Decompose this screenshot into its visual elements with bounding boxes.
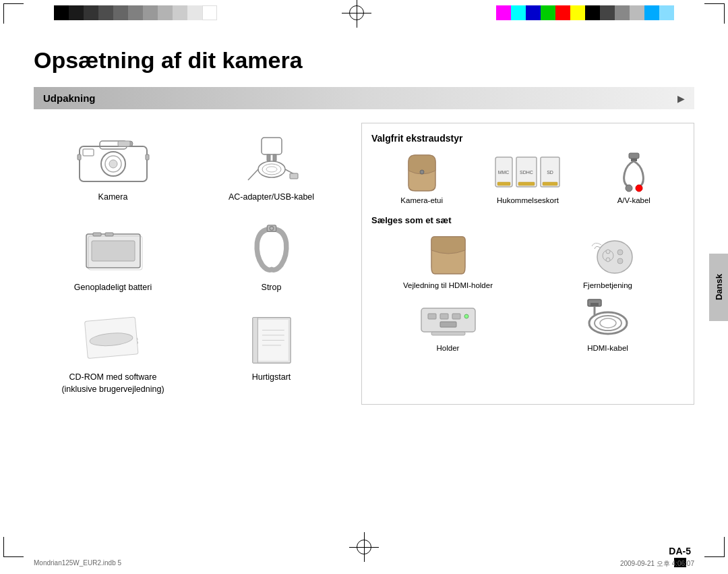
corner-mark-bl bbox=[3, 537, 24, 557]
top-crosshair bbox=[342, 0, 371, 28]
strap-icon bbox=[248, 223, 295, 277]
language-label: Dansk bbox=[714, 274, 724, 300]
accessories-grid: Kamera-etui MMC SDHC bbox=[371, 152, 684, 204]
quickstart-label: Hurtigstart bbox=[252, 372, 291, 384]
hdmi-holder-label: Vejledning til HDMI-holder bbox=[403, 281, 493, 289]
sold-hdmi-holder: Vejledning til HDMI-holder bbox=[371, 233, 524, 289]
svg-line-16 bbox=[248, 169, 258, 180]
svg-rect-12 bbox=[273, 154, 276, 161]
svg-point-3 bbox=[109, 160, 117, 168]
memory-label: Hukommelseskort bbox=[497, 196, 559, 204]
svg-rect-5 bbox=[83, 149, 94, 156]
svg-point-67 bbox=[600, 318, 616, 328]
content-layout: Kamera bbox=[34, 123, 694, 405]
svg-rect-7 bbox=[78, 154, 81, 160]
corner-mark-br bbox=[704, 537, 725, 557]
memory-icon: MMC SDHC SD bbox=[494, 152, 562, 192]
item-quickstart: Hurtigstart bbox=[192, 303, 351, 405]
svg-rect-47 bbox=[543, 182, 557, 185]
svg-rect-22 bbox=[93, 233, 101, 236]
sold-grid: Vejledning til HDMI-holder bbox=[371, 233, 684, 352]
svg-point-38 bbox=[420, 170, 424, 174]
svg-point-54 bbox=[617, 250, 623, 255]
svg-rect-8 bbox=[146, 154, 149, 160]
section-arrow: ▶ bbox=[677, 93, 685, 104]
svg-text:SD: SD bbox=[547, 170, 553, 175]
right-panel: Valgfrit ekstraudstyr bbox=[361, 123, 694, 405]
remote-icon bbox=[581, 233, 635, 277]
page-number: DA-5 bbox=[669, 546, 691, 556]
sold-hdmi-cable: HDMI-kabel bbox=[531, 296, 684, 352]
battery-icon bbox=[80, 223, 147, 277]
bw-color-bar bbox=[54, 5, 217, 20]
svg-text:MMC: MMC bbox=[498, 170, 510, 175]
svg-rect-69 bbox=[590, 303, 599, 306]
sold-holder: Holder bbox=[371, 296, 524, 352]
color-bar bbox=[496, 5, 674, 20]
svg-point-56 bbox=[606, 250, 610, 254]
main-content: Opsætning af dit kamera Udpakning ▶ bbox=[34, 34, 694, 547]
svg-text:SDHC: SDHC bbox=[520, 170, 533, 175]
cdrom-label: CD-ROM med software (inklusive brugervej… bbox=[61, 372, 164, 395]
svg-rect-33 bbox=[252, 317, 257, 363]
footer-left: Mondrian125W_EUR2.indb 5 bbox=[34, 559, 121, 569]
footer-right: 2009-09-21 오후 4:06:07 bbox=[620, 559, 694, 569]
svg-rect-46 bbox=[518, 182, 535, 185]
svg-rect-10 bbox=[262, 138, 282, 154]
accessories-title: Valgfrit ekstraudstyr bbox=[371, 133, 684, 144]
svg-rect-60 bbox=[440, 314, 448, 319]
svg-rect-48 bbox=[629, 153, 639, 159]
sold-remote: Fjernbetjening bbox=[531, 233, 684, 289]
av-cable-label: A/V-kabel bbox=[617, 196, 650, 204]
adapter-icon bbox=[241, 132, 302, 186]
battery-label: Genopladeligt batteri bbox=[74, 282, 152, 294]
svg-point-63 bbox=[464, 314, 468, 318]
sold-as-set-title: Sælges som et sæt bbox=[371, 215, 684, 225]
item-battery: Genopladeligt batteri bbox=[34, 213, 192, 304]
camera-icon bbox=[76, 132, 150, 186]
acc-av-cable: A/V-kabel bbox=[584, 152, 684, 204]
item-cdrom: CD-ROM med software (inklusive brugervej… bbox=[34, 303, 192, 405]
svg-rect-23 bbox=[105, 233, 113, 236]
left-panel: Kamera bbox=[34, 123, 351, 405]
print-bar bbox=[0, 0, 728, 26]
svg-rect-11 bbox=[267, 154, 270, 161]
holder-icon bbox=[418, 296, 479, 340]
page-title: Opsætning af dit kamera bbox=[34, 47, 694, 74]
camera-label: Kamera bbox=[98, 192, 128, 204]
remote-label: Fjernbetjening bbox=[583, 281, 632, 289]
item-adapter: AC-adapter/USB-kabel bbox=[192, 123, 351, 213]
svg-point-15 bbox=[266, 167, 277, 172]
acc-memory: MMC SDHC SD Hukomm bbox=[477, 152, 578, 204]
hdmi-cable-icon bbox=[581, 296, 635, 340]
section-header: Udpakning ▶ bbox=[34, 87, 694, 109]
corner-mark-tl bbox=[3, 3, 24, 24]
av-cable-icon bbox=[612, 152, 656, 192]
item-camera: Kamera bbox=[34, 123, 192, 213]
cdrom-icon bbox=[83, 312, 144, 366]
acc-case: Kamera-etui bbox=[371, 152, 472, 204]
svg-rect-18 bbox=[290, 173, 298, 179]
bottom-crosshair bbox=[349, 532, 379, 562]
adapter-label: AC-adapter/USB-kabel bbox=[229, 192, 314, 204]
svg-point-50 bbox=[626, 185, 632, 192]
quickstart-icon bbox=[248, 312, 295, 366]
language-sidebar: Dansk bbox=[709, 254, 728, 321]
svg-rect-9 bbox=[118, 141, 130, 146]
svg-rect-21 bbox=[92, 241, 135, 261]
hdmi-holder-icon bbox=[421, 233, 475, 277]
item-strap: Strop bbox=[192, 213, 351, 304]
case-icon bbox=[402, 152, 442, 192]
strap-label: Strop bbox=[262, 282, 282, 294]
svg-rect-62 bbox=[440, 322, 456, 327]
section-title: Udpakning bbox=[43, 92, 96, 104]
svg-rect-61 bbox=[452, 314, 460, 319]
hdmi-cable-label: HDMI-kabel bbox=[587, 344, 628, 352]
svg-rect-45 bbox=[497, 182, 510, 185]
corner-mark-tr bbox=[704, 3, 725, 24]
svg-rect-64 bbox=[431, 332, 465, 335]
svg-point-51 bbox=[636, 185, 642, 192]
svg-point-55 bbox=[617, 258, 623, 264]
svg-rect-58 bbox=[421, 308, 475, 332]
case-label: Kamera-etui bbox=[400, 196, 443, 204]
